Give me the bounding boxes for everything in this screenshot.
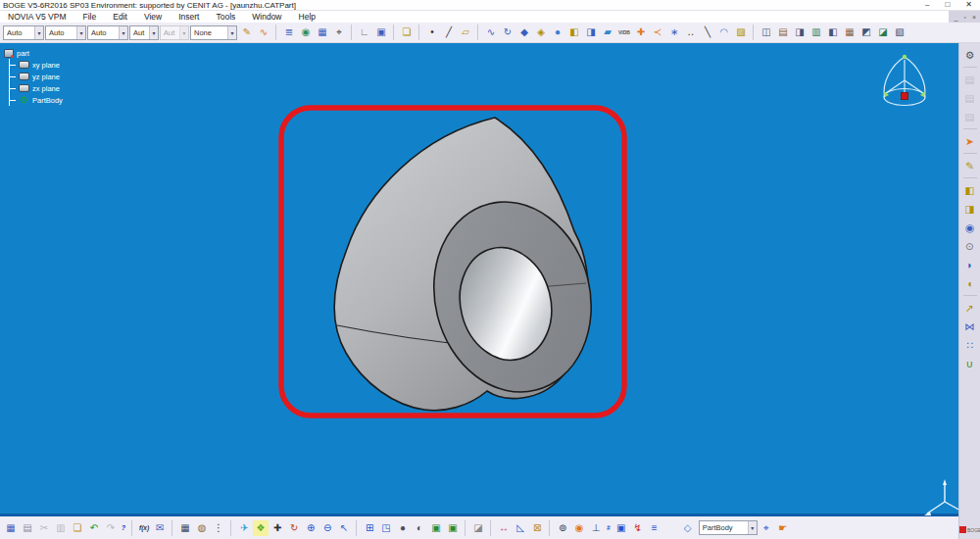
doc-icon-6[interactable]: ▦ (842, 24, 858, 40)
axis-system-icon[interactable]: ⊥ (588, 520, 604, 536)
chamfer-icon[interactable]: ◖ (962, 276, 978, 291)
fit-all-icon[interactable]: ❖ (253, 520, 269, 536)
fill-surface-icon[interactable]: ▰ (600, 24, 615, 40)
pocket-icon[interactable]: ◨ (962, 202, 978, 217)
part-3d-model[interactable] (0, 43, 958, 514)
mdi-close-button[interactable]: × (972, 14, 976, 21)
tree-item-xy-plane[interactable]: xy plane (10, 59, 63, 71)
save-icon[interactable]: ▦ (3, 520, 19, 536)
sphere-surface-icon[interactable]: ● (550, 24, 565, 40)
panel-icon-1[interactable]: ▤ (962, 73, 978, 87)
surface-oval-icon[interactable]: ▭ (663, 520, 679, 536)
extract-icon[interactable]: ∗ (666, 24, 682, 40)
pan-icon[interactable]: ✚ (270, 520, 285, 536)
vidb-label[interactable]: VIDB (616, 24, 632, 40)
extrude-surface-icon[interactable]: ◆ (516, 24, 532, 40)
constraint-icon[interactable]: ∟ (357, 24, 372, 40)
chevron-down-icon[interactable]: ▾ (76, 26, 85, 39)
relations-icon[interactable]: ▣ (613, 520, 629, 536)
paste-icon[interactable]: ❏ (70, 520, 85, 536)
tree-item-yz-plane[interactable]: yz plane (10, 71, 63, 82)
tree-item-label[interactable]: yz plane (32, 73, 60, 81)
graphic-props-combo-1[interactable]: Auto ▾ (3, 25, 44, 40)
mirror-icon[interactable]: ⋈ (962, 319, 978, 334)
panel-icon-3[interactable]: ▤ (962, 110, 978, 124)
dome-icon[interactable]: ◠ (716, 24, 732, 40)
iso-view-icon[interactable]: ◳ (378, 520, 394, 536)
graphic-props-combo-5[interactable]: Aut ▾ (160, 25, 189, 40)
boolean-icon[interactable]: ∪ (962, 357, 978, 371)
line2-icon[interactable]: ╲ (700, 24, 715, 40)
chevron-down-icon[interactable]: ▾ (149, 26, 158, 39)
hole-icon[interactable]: ⊙ (962, 239, 978, 254)
formula-icon[interactable]: f(x) (137, 520, 151, 536)
hand-icon[interactable]: ☛ (775, 520, 791, 536)
view-compass[interactable] (873, 53, 936, 112)
wizard-icon[interactable]: ∿ (256, 24, 271, 40)
settings-gear-icon[interactable]: ⚙ (962, 48, 978, 63)
line-icon[interactable]: ╱ (441, 24, 457, 40)
chevron-down-icon[interactable]: ▾ (179, 26, 188, 39)
multiview-icon[interactable]: ⊞ (362, 520, 377, 536)
normal-view-icon[interactable]: ↖ (336, 520, 352, 536)
toolbar-options-icon[interactable]: ⋮ (211, 520, 226, 536)
measure-between-icon[interactable]: ↔ (496, 520, 512, 536)
cut-icon[interactable]: ✂ (36, 520, 52, 536)
wireframe-view-icon[interactable]: ◐ (412, 520, 427, 536)
grid-icon[interactable]: ▦ (315, 24, 330, 40)
point-icon[interactable]: • (424, 24, 440, 40)
helix-icon[interactable]: ↻ (500, 24, 515, 40)
calculator-icon[interactable]: ▦ (177, 520, 193, 536)
chevron-down-icon[interactable]: ▾ (34, 26, 43, 39)
offset-surface-icon[interactable]: ◧ (566, 24, 582, 40)
patch-icon[interactable]: ▨ (733, 24, 749, 40)
chevron-down-icon[interactable]: ▾ (227, 26, 236, 39)
doc-icon-7[interactable]: ◩ (858, 24, 874, 40)
graphic-props-combo-2[interactable]: Auto ▾ (45, 25, 86, 40)
catalog-icon[interactable]: ◉ (571, 520, 587, 536)
hide-show-icon[interactable]: ◪ (470, 520, 486, 536)
print-icon[interactable]: ▤ (20, 520, 35, 536)
mdi-restore-button[interactable]: ▫ (963, 14, 965, 21)
sphere-icon[interactable]: ◍ (194, 520, 210, 536)
doc-icon-3[interactable]: ◨ (792, 24, 808, 40)
mdi-minimize-button[interactable]: _ (955, 14, 958, 21)
graphic-props-combo-4[interactable]: Aut ▾ (129, 25, 159, 40)
plane-tool-icon[interactable]: ▱ (458, 24, 473, 40)
translate-icon[interactable]: ↗ (962, 301, 978, 316)
split-icon[interactable]: ≺ (650, 24, 665, 40)
lock-icon[interactable]: ⊠ (529, 520, 545, 536)
bolt-icon[interactable]: ↯ (630, 520, 646, 536)
chat-bubble-icon[interactable]: ✉ (152, 520, 168, 536)
pattern-icon[interactable]: ∷ (962, 338, 978, 353)
sketch-icon[interactable]: ❏ (399, 24, 415, 40)
fillet-icon[interactable]: ◗ (962, 258, 978, 272)
body-icon[interactable]: ◇ (680, 520, 696, 536)
partbody-selector[interactable]: PartBody ▾ (699, 520, 758, 535)
context-help-icon[interactable]: ? (120, 520, 127, 536)
shaded-view-icon[interactable]: ● (395, 520, 411, 536)
doc-icon-4[interactable]: ▥ (808, 24, 824, 40)
axis-selector-icon[interactable]: ⌖ (759, 520, 774, 536)
copy-icon[interactable]: ▥ (53, 520, 69, 536)
layer-filter-icon[interactable]: ≣ (281, 24, 297, 40)
doc-icon-1[interactable]: ◫ (759, 24, 774, 40)
graphic-props-combo-3[interactable]: Auto ▾ (87, 25, 128, 40)
undo-icon[interactable]: ↶ (86, 520, 102, 536)
pad-icon[interactable]: ◧ (962, 183, 978, 198)
snap-icon[interactable]: ⌖ (331, 24, 347, 40)
doc-icon-2[interactable]: ▤ (775, 24, 791, 40)
zoom-out-icon[interactable]: ⊖ (319, 520, 335, 536)
redo-icon[interactable]: ↷ (103, 520, 119, 536)
tree-item-label[interactable]: xy plane (32, 61, 60, 70)
doc-icon-5[interactable]: ◧ (825, 24, 841, 40)
world-icon[interactable]: ◉ (298, 24, 314, 40)
parameters-icon[interactable]: # (605, 520, 612, 536)
painter-icon[interactable]: ✎ (239, 24, 255, 40)
sweep-surface-icon[interactable]: ◨ (583, 24, 599, 40)
tree-item-label[interactable]: zx plane (32, 84, 60, 93)
doc-icon-9[interactable]: ▧ (892, 24, 907, 40)
select-arrow-icon[interactable]: ➤ (962, 134, 978, 149)
knowledge-icon[interactable]: ⊚ (555, 520, 570, 536)
bounding-box-icon[interactable]: ▣ (373, 24, 389, 40)
